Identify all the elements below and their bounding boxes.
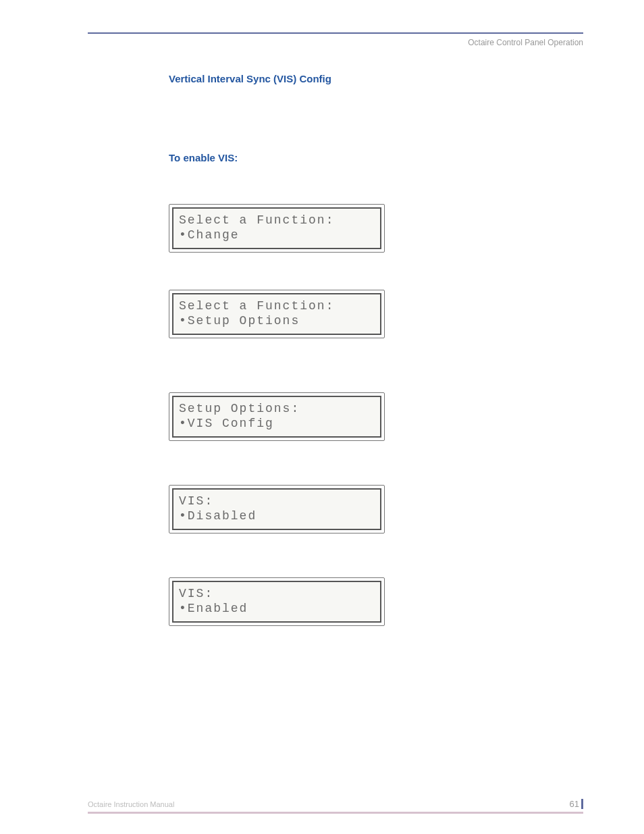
lcd-screen: Select a Function: •Change — [169, 204, 385, 253]
lcd-inner: Setup Options: •VIS Config — [172, 396, 381, 438]
lcd-screen: VIS: •Disabled — [169, 485, 385, 533]
lcd-inner: Select a Function: •Change — [172, 207, 381, 249]
section-title: Vertical Interval Sync (VIS) Config — [169, 73, 583, 84]
top-rule — [88, 32, 583, 34]
footer-line: Octaire Instruction Manual 61 — [88, 799, 583, 809]
lcd-line-2: •Setup Options — [179, 313, 375, 328]
lcd-line-1: Setup Options: — [179, 401, 375, 416]
lcd-line-1: VIS: — [179, 586, 375, 601]
subsection-title: To enable VIS: — [169, 152, 583, 163]
content-block: Vertical Interval Sync (VIS) Config To e… — [169, 73, 583, 626]
lcd-inner: VIS: •Disabled — [172, 488, 381, 530]
lcd-line-2: •Disabled — [179, 509, 375, 523]
footer: Octaire Instruction Manual 61 — [88, 799, 583, 814]
lcd-line-1: Select a Function: — [179, 298, 375, 313]
lcd-inner: Select a Function: •Setup Options — [172, 293, 381, 335]
lcd-line-2: •Change — [179, 228, 375, 242]
lcd-inner: VIS: •Enabled — [172, 581, 381, 623]
header-right-text: Octaire Control Panel Operation — [88, 38, 583, 47]
footer-left-text: Octaire Instruction Manual — [88, 800, 174, 808]
lcd-line-2: •VIS Config — [179, 416, 375, 431]
lcd-screen: VIS: •Enabled — [169, 577, 385, 626]
lcd-line-1: VIS: — [179, 494, 375, 509]
lcd-screen: Select a Function: •Setup Options — [169, 290, 385, 338]
lcd-screen: Setup Options: •VIS Config — [169, 392, 385, 441]
document-page: Octaire Control Panel Operation Vertical… — [0, 0, 644, 834]
bottom-rule — [88, 812, 583, 814]
lcd-line-1: Select a Function: — [179, 213, 375, 228]
lcd-line-2: •Enabled — [179, 601, 375, 616]
page-number: 61 — [570, 799, 583, 809]
